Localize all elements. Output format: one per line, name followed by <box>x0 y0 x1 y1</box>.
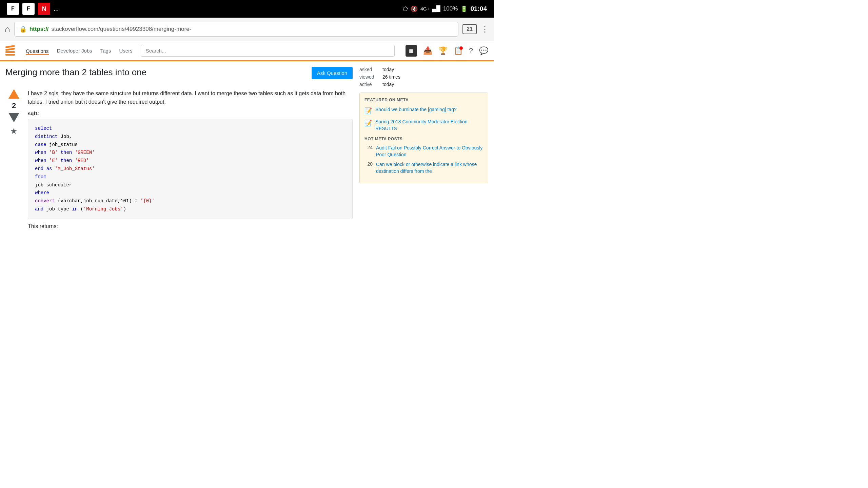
question-title: Merging more than 2 tables into one <box>5 67 146 78</box>
hot-link-1[interactable]: Audit Fail on Possibly Correct Answer to… <box>376 145 483 158</box>
chat-icon[interactable]: 💬 <box>479 46 488 55</box>
featured-meta-box: FEATURED ON META 📝 Should we burninate t… <box>359 93 488 183</box>
network-icon: 4G+ <box>420 6 430 12</box>
code-block: select distinct Job, case job_status whe… <box>28 119 353 219</box>
clock: 01:04 <box>470 5 487 13</box>
nav-questions[interactable]: Questions <box>26 47 49 55</box>
hot-count-2: 20 <box>364 161 373 167</box>
code-line-2: distinct Job, <box>35 134 72 139</box>
vote-count: 2 <box>12 101 16 110</box>
notification-dot <box>459 46 463 50</box>
logo-bar-4 <box>5 54 15 56</box>
home-button[interactable]: ⌂ <box>5 24 10 35</box>
code-line-4: when 'B' then 'GREEN' <box>35 150 95 155</box>
status-bar-right: ⬠ 🔇 4G+ ▄█ 100% 🔋 01:04 <box>403 5 487 13</box>
so-navbar: Questions Developer Jobs Tags Users ▦ 📥 … <box>0 41 494 61</box>
code-line-5: when 'E' then 'RED' <box>35 158 89 163</box>
browser-chrome: ⌂ 🔒 https:// stackoverflow.com/questions… <box>0 18 494 41</box>
code-line-6: end as 'M_Job_Status' <box>35 166 95 171</box>
url-path: stackoverflow.com/questions/49923308/mer… <box>51 26 191 33</box>
featured-link-2[interactable]: Spring 2018 Community Moderator Election… <box>375 119 483 132</box>
hot-meta-title: HOT META POSTS <box>364 137 483 141</box>
question-meta: asked today viewed 26 times active today <box>359 67 488 87</box>
vote-column: 2 ★ <box>5 89 22 229</box>
vote-up-button[interactable] <box>8 89 19 99</box>
sidebar: asked today viewed 26 times active today… <box>359 67 488 229</box>
nav-tags[interactable]: Tags <box>100 46 111 55</box>
signal-icon: ▄█ <box>432 5 440 12</box>
address-bar[interactable]: 🔒 https:// stackoverflow.com/questions/4… <box>14 22 458 37</box>
question-area: Merging more than 2 tables into one Ask … <box>5 67 353 229</box>
main-content: Merging more than 2 tables into one Ask … <box>0 61 494 235</box>
code-line-7: from <box>35 174 46 180</box>
question-text: I have 2 sqls, they have the same struct… <box>28 89 353 106</box>
status-bar-left: F F N ... <box>7 3 59 15</box>
hot-link-2[interactable]: Can we block or otherwise indicate a lin… <box>376 161 483 175</box>
meta-active-row: active today <box>359 82 488 87</box>
meta-active-value: today <box>382 82 394 87</box>
meta-viewed-row: viewed 26 times <box>359 74 488 80</box>
featured-item-2: 📝 Spring 2018 Community Moderator Electi… <box>364 119 483 132</box>
browser-menu-button[interactable]: ⋮ <box>481 24 489 34</box>
lock-icon: 🔒 <box>19 25 27 33</box>
status-bar: F F N ... ⬠ 🔇 4G+ ▄█ 100% 🔋 01:04 <box>0 0 494 18</box>
trophy-icon[interactable]: 🏆 <box>438 46 448 55</box>
avatar-icon[interactable]: ▦ <box>406 45 417 57</box>
code-line-11: and job_type in ('Morning_Jobs') <box>35 206 126 212</box>
question-header: Merging more than 2 tables into one Ask … <box>5 67 353 84</box>
question-content: I have 2 sqls, they have the same struct… <box>28 89 353 229</box>
featured-meta-title: FEATURED ON META <box>364 98 483 102</box>
sql-label: sql1: <box>28 110 353 116</box>
url-protocol: https:// <box>29 26 49 33</box>
user-avatar[interactable]: ▦ <box>406 45 417 57</box>
nav-developer-jobs[interactable]: Developer Jobs <box>57 46 92 55</box>
featured-item-1: 📝 Should we burninate the [gaming] tag? <box>364 106 483 115</box>
ask-question-button[interactable]: Ask Question <box>312 67 353 79</box>
flipboard-icon-1: F <box>7 3 19 15</box>
hot-count-1: 24 <box>364 145 373 150</box>
battery-icon: 🔋 <box>460 5 468 13</box>
flipboard-icon-2: F <box>22 3 35 15</box>
code-line-10: convert (varchar,job_run_date,101) = '{0… <box>35 198 155 204</box>
search-input[interactable] <box>141 45 395 57</box>
featured-link-1[interactable]: Should we burninate the [gaming] tag? <box>375 106 457 113</box>
meta-viewed-value: 26 times <box>382 74 400 80</box>
meta-post-icon-2: 📝 <box>364 119 372 127</box>
tab-count[interactable]: 21 <box>462 24 477 34</box>
logo-bar-2 <box>5 48 15 51</box>
nav-users[interactable]: Users <box>119 46 132 55</box>
bluetooth-icon: ⬠ <box>403 5 408 13</box>
meta-asked-row: asked today <box>359 67 488 72</box>
meta-asked-value: today <box>382 67 394 72</box>
meta-viewed-label: viewed <box>359 74 380 80</box>
help-icon[interactable]: ? <box>469 46 473 55</box>
code-line-8: job_scheduler <box>35 182 72 188</box>
logo-bar-3 <box>5 51 15 53</box>
mute-icon: 🔇 <box>411 5 418 13</box>
bookmark-icon[interactable]: ★ <box>10 126 18 136</box>
vote-down-button[interactable] <box>8 113 19 122</box>
this-returns-label: This returns: <box>28 223 353 229</box>
code-line-3: case job_status <box>35 142 78 147</box>
meta-active-label: active <box>359 82 380 87</box>
code-select: select <box>35 126 52 131</box>
nav-icons: ▦ 📥 🏆 📋 ? 💬 <box>406 45 488 57</box>
battery-percent: 100% <box>443 5 458 12</box>
netflix-icon: N <box>38 3 50 15</box>
question-body: 2 ★ I have 2 sqls, they have the same st… <box>5 89 353 229</box>
meta-post-icon-1: 📝 <box>364 107 372 115</box>
more-apps-indicator: ... <box>54 5 59 13</box>
meta-asked-label: asked <box>359 67 380 72</box>
review-icon[interactable]: 📋 <box>454 46 463 55</box>
hot-item-1: 24 Audit Fail on Possibly Correct Answer… <box>364 145 483 158</box>
so-logo[interactable] <box>5 46 15 56</box>
hot-item-2: 20 Can we block or otherwise indicate a … <box>364 161 483 175</box>
inbox-icon[interactable]: 📥 <box>423 46 432 55</box>
code-line-9: where <box>35 190 49 196</box>
